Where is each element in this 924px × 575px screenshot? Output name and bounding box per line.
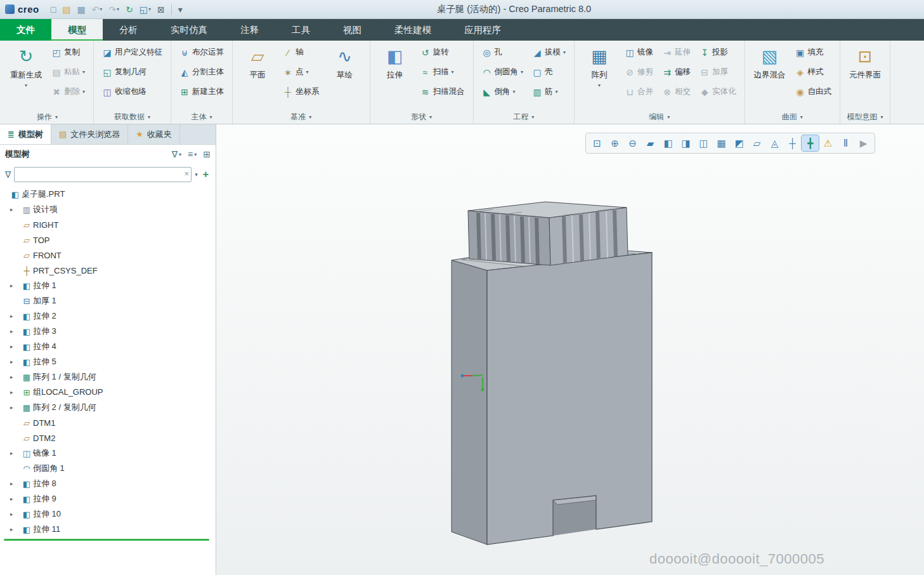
rib-dropdown-arrow[interactable]: ▾ (556, 89, 558, 95)
expand-arrow-icon[interactable]: ▸ (10, 450, 20, 456)
ribbon-group-label-editing[interactable]: 编辑▾ (580, 110, 739, 124)
fill-button[interactable]: ▣填充 (792, 43, 835, 62)
ribbon-group-label-model-intent[interactable]: 模型意图▾ (845, 110, 885, 124)
tree-item[interactable]: ▸▦阵列 2 / 复制几何 (0, 400, 216, 415)
regenerate-dropdown-arrow[interactable]: ▾ (25, 83, 27, 88)
filter-add-button[interactable]: + (201, 169, 211, 180)
tree-display-options-button[interactable]: ≡▾ (188, 149, 197, 159)
expand-arrow-icon[interactable]: ▸ (10, 480, 20, 487)
tab-applications[interactable]: 应用程序 (448, 19, 517, 41)
tab-view[interactable]: 视图 (327, 19, 378, 41)
close-window-button[interactable]: ⊠ (155, 4, 167, 15)
component-interface-button[interactable]: ⊡元件界面 (845, 43, 885, 105)
tree-item[interactable]: ▸▦阵列 1 / 复制几何 (0, 369, 216, 385)
sweep-button[interactable]: ≈扫描▾ (417, 62, 468, 82)
undo-button[interactable]: ↶▾ (89, 4, 105, 15)
tree-item[interactable]: ▱DTM1 (0, 415, 216, 430)
paste-button[interactable]: ▤粘贴▾ (48, 62, 88, 82)
draft-button[interactable]: ◢拔模▾ (529, 43, 569, 62)
rib-button[interactable]: ▥筋▾ (529, 82, 569, 102)
expand-arrow-icon[interactable]: ▸ (10, 282, 20, 289)
tree-expand-collapse-button[interactable]: ⊞ (203, 149, 211, 159)
hole-button[interactable]: ◎孔 (479, 43, 527, 62)
expand-arrow-icon[interactable]: ▸ (10, 313, 20, 319)
expand-arrow-icon[interactable]: ▸ (10, 526, 20, 532)
chamfer-dropdown-arrow[interactable]: ▾ (513, 89, 516, 95)
extend-button[interactable]: ⇥延伸 (659, 43, 694, 62)
regenerate-button[interactable]: ↻ (123, 4, 136, 15)
ribbon-group-label-get-data[interactable]: 获取数据▾ (99, 110, 166, 124)
ribbon-group-label-datum[interactable]: 基准▾ (238, 110, 365, 124)
project-button[interactable]: ↧投影 (696, 43, 739, 62)
shell-button[interactable]: ▢壳 (529, 62, 569, 82)
expand-arrow-icon[interactable]: ▸ (10, 328, 20, 334)
panel-tab-favorites[interactable]: ★收藏夹 (128, 124, 180, 144)
trim-button[interactable]: ⊘修剪 (621, 62, 656, 82)
ribbon-group-label-shapes[interactable]: 形状▾ (375, 110, 468, 124)
tree-item[interactable]: ▸⊞组LOCAL_GROUP (0, 385, 216, 400)
split-body-button[interactable]: ◭分割主体 (176, 62, 227, 82)
freestyle-button[interactable]: ◉自由式 (792, 82, 835, 102)
new-body-button[interactable]: ⊞新建主体 (176, 82, 227, 102)
expand-arrow-icon[interactable]: ▸ (10, 389, 20, 395)
plane-button[interactable]: ▱平面 (238, 43, 277, 105)
expand-arrow-icon[interactable]: ▸ (10, 343, 20, 350)
csys-button[interactable]: ┼坐标系 (280, 82, 323, 102)
expand-arrow-icon[interactable]: ▸ (10, 206, 20, 213)
undo-dropdown-arrow[interactable]: ▾ (100, 6, 102, 12)
tree-item[interactable]: ▸◧拉伸 2 (0, 308, 216, 324)
tab-analysis[interactable]: 分析 (103, 19, 154, 41)
boundary-blend-button[interactable]: ▧边界混合 (750, 43, 790, 105)
tree-item[interactable]: ▸▥设计项 (0, 202, 216, 217)
sketch-button[interactable]: ∿草绘 (325, 43, 365, 105)
ribbon-group-label-operations[interactable]: 操作▾ (6, 110, 88, 124)
tree-item[interactable]: ▱TOP (0, 232, 216, 248)
filter-dropdown-arrow[interactable]: ▾ (195, 171, 198, 178)
pattern-button[interactable]: ▦阵列▾ (580, 43, 619, 105)
windows-button[interactable]: ◱▾ (137, 4, 153, 15)
revolve-button[interactable]: ↺旋转 (417, 43, 468, 62)
filter-clear-icon[interactable]: × (185, 169, 190, 178)
paste-dropdown-arrow[interactable]: ▾ (82, 69, 85, 75)
thicken-button[interactable]: ⊟加厚 (696, 62, 739, 82)
copy-button[interactable]: ◰复制 (48, 43, 88, 62)
redo-button[interactable]: ↷▾ (106, 4, 122, 15)
solidify-button[interactable]: ◆实体化 (696, 82, 739, 102)
tab-file[interactable]: 文件 (0, 19, 51, 41)
delete-button[interactable]: ✖删除▾ (48, 82, 88, 102)
point-button[interactable]: ∗点▾ (280, 62, 323, 82)
save-button[interactable]: ▦ (74, 4, 88, 15)
tree-item[interactable]: ▱DTM2 (0, 430, 216, 446)
tree-item[interactable]: ▸◧拉伸 11 (0, 522, 216, 537)
regenerate-button[interactable]: ↻重新生成▾ (6, 43, 46, 105)
windows-dropdown-arrow[interactable]: ▾ (148, 6, 151, 12)
expand-arrow-icon[interactable]: ▸ (10, 511, 20, 517)
tree-item[interactable]: ▸◧拉伸 8 (0, 476, 216, 491)
ribbon-group-label-surfaces[interactable]: 曲面▾ (750, 110, 835, 124)
tab-annotate[interactable]: 注释 (224, 19, 275, 41)
tree-item[interactable]: ▸◧拉伸 10 (0, 506, 216, 522)
tree-item[interactable]: ┼PRT_CSYS_DEF (0, 263, 216, 278)
insert-here-indicator[interactable] (4, 539, 209, 541)
offset-button[interactable]: ⇉偏移 (659, 62, 694, 82)
table-leg-model[interactable] (216, 124, 924, 575)
point-dropdown-arrow[interactable]: ▾ (306, 69, 309, 75)
draft-dropdown-arrow[interactable]: ▾ (563, 50, 566, 55)
tab-live-simulation[interactable]: 实时仿真 (154, 19, 224, 41)
new-file-button[interactable]: □ (48, 4, 58, 15)
mirror-button[interactable]: ◫镜像 (621, 43, 656, 62)
tree-item[interactable]: ▸◧拉伸 9 (0, 491, 216, 506)
tree-item[interactable]: ◠倒圆角 1 (0, 461, 216, 476)
boolean-operations-button[interactable]: ⊎布尔运算 (176, 43, 227, 62)
tree-item[interactable]: ▸◫镜像 1 (0, 446, 216, 461)
tab-flexible-modeling[interactable]: 柔性建模 (378, 19, 448, 41)
graphics-area[interactable]: ⊡⊕⊖▰◧◨◫▦◩▱◬┼╋⚠Ⅱ▶ (216, 124, 924, 575)
round-dropdown-arrow[interactable]: ▾ (521, 69, 523, 75)
expand-arrow-icon[interactable]: ▸ (10, 496, 20, 502)
extrude-button[interactable]: ◧拉伸 (375, 43, 415, 105)
expand-arrow-icon[interactable]: ▸ (10, 374, 20, 380)
tree-item[interactable]: ▸◧拉伸 3 (0, 324, 216, 339)
tree-item[interactable]: ▸◧拉伸 4 (0, 339, 216, 354)
tree-item[interactable]: ▱RIGHT (0, 217, 216, 232)
user-defined-feature-button[interactable]: ◪用户定义特征 (99, 43, 166, 62)
